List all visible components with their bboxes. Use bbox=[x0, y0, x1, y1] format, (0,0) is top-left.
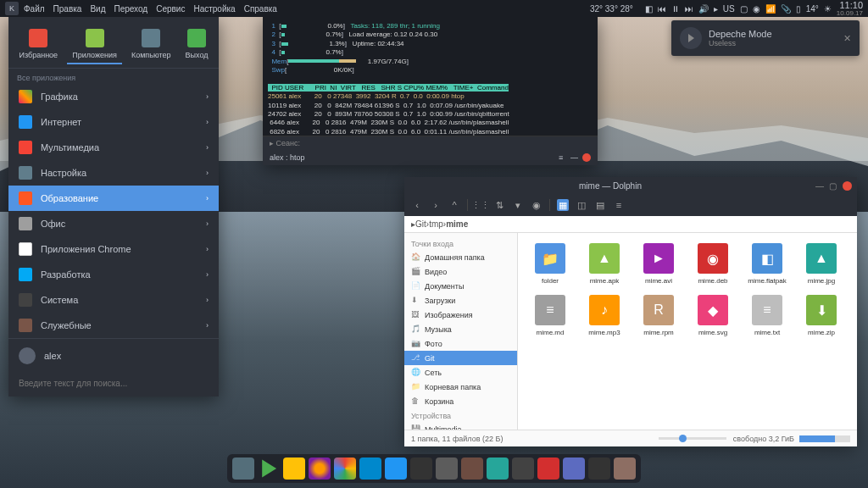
split-icon[interactable]: ◫ bbox=[576, 199, 587, 211]
panel-icon[interactable]: ▤ bbox=[594, 199, 606, 211]
file-item[interactable]: ≡mime.md bbox=[525, 291, 576, 340]
tab-computer[interactable]: Компьютер bbox=[126, 25, 176, 64]
dock-app4-icon[interactable] bbox=[537, 458, 559, 480]
menu-settings[interactable]: Настройка bbox=[193, 4, 235, 14]
terminal-close-icon[interactable] bbox=[582, 153, 591, 162]
up-icon[interactable]: ^ bbox=[448, 199, 460, 211]
tray-telegram-icon[interactable]: ◉ bbox=[753, 4, 760, 14]
zoom-slider[interactable] bbox=[659, 437, 726, 440]
dock-play-icon[interactable] bbox=[258, 458, 280, 480]
dock-code-icon[interactable] bbox=[563, 458, 585, 480]
file-item[interactable]: ▲mime.jpg bbox=[796, 240, 847, 288]
menu-view[interactable]: Вид bbox=[90, 4, 105, 14]
tray-keyboard-icon[interactable]: US bbox=[723, 4, 735, 14]
tray-media-next-icon[interactable]: ⏭ bbox=[685, 4, 693, 14]
sidebar-item[interactable]: 📷Фото bbox=[404, 336, 517, 351]
file-item[interactable]: ◉mime.deb bbox=[687, 240, 738, 288]
sidebar-item[interactable]: 🎵Музыка bbox=[404, 322, 517, 336]
tray-chevron-icon[interactable]: ▸ bbox=[714, 4, 718, 14]
menu-file[interactable]: Файл bbox=[24, 4, 45, 14]
file-item[interactable]: ♪mime.mp3 bbox=[579, 291, 630, 340]
dock-banana-icon[interactable] bbox=[283, 458, 305, 480]
category-4[interactable]: Образование› bbox=[8, 186, 219, 211]
category-6[interactable]: Приложения Chrome› bbox=[8, 236, 219, 262]
dock-inkscape-icon[interactable] bbox=[410, 458, 432, 480]
file-item[interactable]: ⬇mime.zip bbox=[796, 291, 847, 340]
sort-icon[interactable]: ⇅ bbox=[493, 199, 505, 211]
tray-clip-icon[interactable]: 📎 bbox=[781, 4, 791, 14]
file-item[interactable]: Rmime.rpm bbox=[633, 291, 684, 340]
menu-icon[interactable]: ≡ bbox=[613, 199, 625, 211]
window-close-icon[interactable] bbox=[843, 181, 852, 191]
window-max-icon[interactable]: ▢ bbox=[829, 181, 838, 191]
tray-media-prev-icon[interactable]: ⏮ bbox=[658, 4, 666, 14]
media-notification[interactable]: Depeche Mode Useless ✕ bbox=[671, 20, 860, 56]
dock-chrome-icon[interactable] bbox=[334, 458, 356, 480]
sidebar-item[interactable]: 🗑Корзина bbox=[404, 394, 517, 408]
category-8[interactable]: Система› bbox=[8, 287, 219, 313]
weather-temp[interactable]: 14° bbox=[806, 4, 819, 14]
category-9[interactable]: Служебные› bbox=[8, 313, 219, 338]
window-min-icon[interactable]: — bbox=[815, 181, 825, 191]
sidebar-item[interactable]: 📄Документы bbox=[404, 279, 517, 293]
sidebar-item[interactable]: ⎇Git bbox=[404, 351, 517, 365]
tab-favorites[interactable]: Избранное bbox=[14, 25, 64, 64]
tab-applications[interactable]: Приложения bbox=[67, 25, 122, 64]
search-input[interactable] bbox=[19, 379, 209, 388]
sidebar-item[interactable]: 🖼Изображения bbox=[404, 308, 517, 322]
file-item[interactable]: ≡mime.txt bbox=[742, 291, 793, 340]
terminal-min-icon[interactable]: — bbox=[570, 153, 579, 162]
preview-icon[interactable]: ◉ bbox=[531, 199, 542, 211]
tab-leave[interactable]: Выход bbox=[181, 25, 214, 64]
category-2[interactable]: Мультимедиа› bbox=[8, 135, 219, 160]
tray-network-icon[interactable]: 📶 bbox=[765, 4, 776, 14]
tray-volume-icon[interactable]: 🔊 bbox=[698, 4, 709, 14]
category-0[interactable]: Графика› bbox=[8, 84, 219, 109]
view-icons-icon[interactable]: ▦ bbox=[557, 199, 569, 211]
menu-edit[interactable]: Правка bbox=[53, 4, 82, 14]
tray-battery-icon[interactable]: ▢ bbox=[740, 4, 748, 14]
tray-media-play-icon[interactable]: ⏸ bbox=[671, 4, 680, 14]
menu-help[interactable]: Справка bbox=[244, 4, 277, 14]
menu-tools[interactable]: Сервис bbox=[156, 4, 185, 14]
sidebar-item[interactable]: 📁Корневая папка bbox=[404, 380, 517, 394]
sidebar-item[interactable]: 🏠Домашняя папка bbox=[404, 250, 517, 264]
dock-app2-icon[interactable] bbox=[487, 458, 509, 480]
dock-terminal-icon[interactable] bbox=[588, 458, 610, 480]
view-details-icon[interactable]: ⋮⋮ bbox=[475, 199, 487, 211]
category-1[interactable]: Интернет› bbox=[8, 109, 219, 135]
dock-telegram-icon[interactable] bbox=[359, 458, 381, 480]
dock-app3-icon[interactable] bbox=[512, 458, 534, 480]
user-row[interactable]: alex bbox=[8, 338, 219, 373]
kde-logo-icon[interactable]: K bbox=[5, 2, 19, 15]
terminal-split-icon[interactable]: ≡ bbox=[559, 153, 567, 162]
dock-gimp-icon[interactable] bbox=[436, 458, 458, 480]
tray-phone-icon[interactable]: ▯ bbox=[796, 4, 801, 14]
dock-qbittorrent-icon[interactable] bbox=[385, 458, 407, 480]
category-3[interactable]: Настройка› bbox=[8, 160, 219, 186]
menu-go[interactable]: Переход bbox=[114, 4, 147, 14]
weather-icon[interactable]: ☀ bbox=[824, 4, 832, 14]
sidebar-item[interactable]: 🎬Видео bbox=[404, 264, 517, 279]
notif-close-icon[interactable]: ✕ bbox=[843, 33, 851, 44]
file-item[interactable]: ◆mime.svg bbox=[687, 291, 738, 340]
file-item[interactable]: 📁folder bbox=[525, 240, 576, 288]
file-item[interactable]: ►mime.avi bbox=[633, 240, 684, 288]
breadcrumb[interactable]: ▸ Git › tmp › mime bbox=[404, 216, 857, 233]
category-5[interactable]: Офис› bbox=[8, 211, 219, 236]
file-view[interactable]: 📁folder▲mime.apk►mime.avi◉mime.deb◧mime.… bbox=[518, 233, 857, 430]
session-bar[interactable]: ▸ Сеанс: bbox=[263, 136, 598, 150]
file-item[interactable]: ▲mime.apk bbox=[579, 240, 630, 288]
dock-files-icon[interactable] bbox=[232, 458, 254, 480]
tray-icon[interactable]: ◧ bbox=[645, 4, 653, 14]
sidebar-item[interactable]: ⬇Загрузки bbox=[404, 293, 517, 308]
forward-icon[interactable]: › bbox=[430, 199, 442, 211]
clock[interactable]: 11:10 10.09.17 bbox=[837, 1, 863, 17]
dropdown-icon[interactable]: ▾ bbox=[512, 199, 524, 211]
sidebar-device[interactable]: 💾Multimedia bbox=[404, 422, 517, 430]
category-7[interactable]: Разработка› bbox=[8, 262, 219, 287]
dock-firefox-icon[interactable] bbox=[309, 458, 331, 480]
dock-app-icon[interactable] bbox=[461, 458, 483, 480]
dock-kr-icon[interactable] bbox=[614, 458, 636, 480]
back-icon[interactable]: ‹ bbox=[411, 199, 423, 211]
